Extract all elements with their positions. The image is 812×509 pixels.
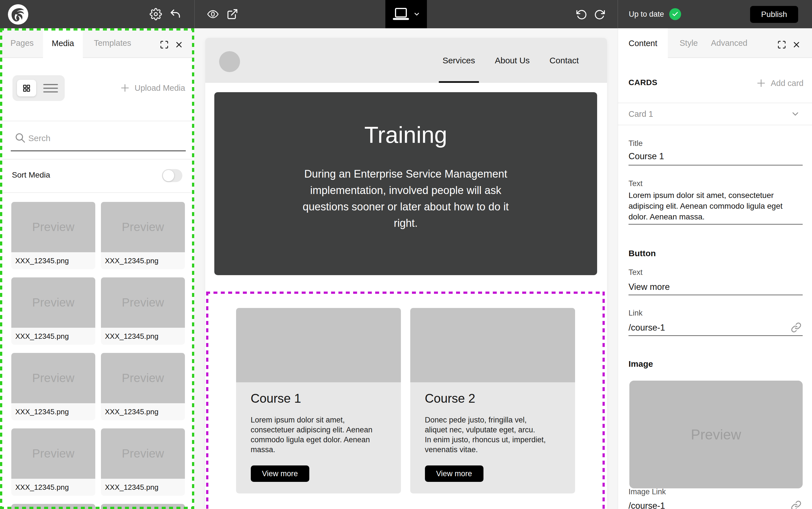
field-underline (629, 295, 803, 295)
nav-item-label: About Us (495, 56, 530, 65)
open-external-icon[interactable] (225, 8, 239, 20)
list-view-button[interactable] (41, 80, 61, 96)
divider (0, 121, 194, 121)
hero-section[interactable]: Training During an Enterprise Service Ma… (214, 92, 597, 275)
course-card-1[interactable]: Course 1 Lorem ipsum dolor sit amet, con… (236, 308, 401, 494)
device-selector[interactable] (385, 0, 427, 28)
media-preview-placeholder: Preview (11, 504, 95, 509)
media-preview-placeholder: Preview (11, 202, 95, 252)
button-text-input[interactable] (629, 282, 787, 292)
media-item[interactable]: Preview XXX_12345.png (11, 353, 95, 420)
divider (0, 159, 194, 160)
field-underline (629, 224, 803, 225)
button-link-input[interactable] (629, 323, 787, 333)
media-item[interactable]: Preview XXX_12345.png (11, 429, 95, 496)
media-search-input[interactable] (28, 130, 175, 146)
expand-panel-icon[interactable] (777, 40, 787, 50)
editor-canvas: Services About Us Contact Training Durin… (194, 28, 618, 509)
undo-icon[interactable] (575, 8, 588, 21)
search-underline (11, 150, 186, 151)
grid-view-icon (22, 84, 31, 93)
media-item[interactable]: Preview XXX_12345.png (101, 202, 185, 269)
media-filename: XXX_12345.png (101, 328, 185, 345)
close-panel-icon[interactable] (791, 40, 802, 50)
media-library-panel: Pages Media Templates Upload Media (0, 28, 194, 509)
selected-cards-section[interactable]: Course 1 Lorem ipsum dolor sit amet, con… (206, 292, 605, 509)
left-panel-tabs: Pages Media Templates (0, 28, 194, 58)
course-card-2[interactable]: Course 2 Donec pede justo, fringilla vel… (410, 308, 575, 494)
plus-icon (756, 78, 766, 88)
publish-button[interactable]: Publish (750, 6, 798, 23)
add-card-label: Add card (771, 79, 804, 88)
title-field-input[interactable] (629, 151, 787, 162)
card-body: Course 2 Donec pede justo, fringilla vel… (410, 382, 575, 494)
link-chain-icon[interactable] (790, 499, 802, 509)
view-more-button[interactable]: View more (251, 466, 309, 482)
nav-item-about-us[interactable]: About Us (495, 38, 530, 83)
hero-title: Training (364, 122, 447, 148)
tab-media[interactable]: Media (43, 28, 83, 59)
redo-icon[interactable] (593, 8, 606, 21)
upload-media-label: Upload Media (135, 83, 185, 93)
app-logo-icon[interactable] (7, 3, 29, 26)
card-title: Course 1 (251, 392, 386, 406)
close-panel-icon[interactable] (174, 40, 184, 50)
sort-media-toggle[interactable] (162, 169, 182, 182)
media-filename: XXX_12345.png (11, 403, 95, 420)
tab-content[interactable]: Content (618, 28, 668, 59)
chevron-down-icon (790, 109, 800, 119)
site-preview-page: Services About Us Contact Training Durin… (205, 38, 607, 509)
toggle-knob (163, 170, 174, 181)
tab-templates[interactable]: Templates (85, 28, 140, 58)
active-nav-underline (439, 81, 479, 83)
card-1-accordion[interactable]: Card 1 (618, 103, 812, 125)
view-more-button[interactable]: View more (425, 466, 484, 482)
media-item[interactable]: Preview XXX_12345.png (101, 504, 185, 509)
media-item[interactable]: Preview XXX_12345.png (11, 202, 95, 269)
media-item[interactable]: Preview XXX_12345.png (101, 277, 185, 345)
hero-text: During an Enterprise Service Management … (303, 166, 509, 231)
revert-undo-icon[interactable] (169, 7, 182, 21)
media-item[interactable]: Preview XXX_12345.png (11, 277, 95, 345)
selection-border-green-right (192, 28, 194, 509)
title-field-label: Title (629, 139, 643, 148)
sort-media-label: Sort Media (12, 171, 50, 179)
expand-panel-icon[interactable] (159, 40, 169, 50)
tab-style[interactable]: Style (668, 28, 710, 58)
tab-advanced[interactable]: Advanced (710, 28, 749, 58)
add-card-button[interactable]: Add card (756, 76, 804, 90)
media-preview-placeholder: Preview (101, 504, 185, 509)
inspector-panel: Content Style Advanced CARDS Add card Ca… (618, 28, 812, 509)
card-text: Lorem ipsum dolor sit amet, consectetuer… (251, 415, 386, 455)
upload-media-button[interactable]: Upload Media (120, 79, 185, 96)
topbar-divider (194, 0, 195, 28)
button-link-label: Link (629, 309, 643, 317)
grid-view-button[interactable] (17, 80, 36, 96)
selection-border-green-left (0, 28, 2, 509)
tab-pages[interactable]: Pages (2, 28, 42, 58)
link-chain-icon[interactable] (790, 321, 802, 334)
nav-item-contact[interactable]: Contact (550, 38, 579, 83)
media-item[interactable]: Preview XXX_12345.png (101, 429, 185, 496)
nav-item-label: Contact (550, 56, 579, 65)
text-field-input[interactable]: Lorem ipsum dolor sit amet, consectetuer… (629, 190, 783, 222)
sync-status-label: Up to date (629, 10, 664, 19)
media-preview-placeholder: Preview (11, 277, 95, 328)
image-link-input[interactable] (629, 501, 787, 509)
field-underline (629, 165, 803, 165)
nav-item-services[interactable]: Services (443, 38, 475, 83)
site-header[interactable]: Services About Us Contact (205, 38, 607, 83)
site-logo-placeholder (219, 51, 240, 72)
preview-eye-icon[interactable] (206, 8, 220, 20)
media-item[interactable]: Preview XXX_12345.png (11, 504, 95, 509)
card-text: Donec pede justo, fringilla vel, aliquet… (425, 415, 560, 455)
card-title: Course 2 (425, 392, 560, 406)
settings-gear-icon[interactable] (149, 7, 163, 21)
image-preview-placeholder[interactable]: Preview (629, 381, 803, 488)
sync-status: Up to date (629, 0, 681, 28)
topbar-divider (617, 0, 618, 28)
success-check-icon (669, 8, 681, 20)
media-item[interactable]: Preview XXX_12345.png (101, 353, 185, 420)
card-image-placeholder (236, 308, 401, 382)
button-section-heading: Button (629, 248, 656, 258)
